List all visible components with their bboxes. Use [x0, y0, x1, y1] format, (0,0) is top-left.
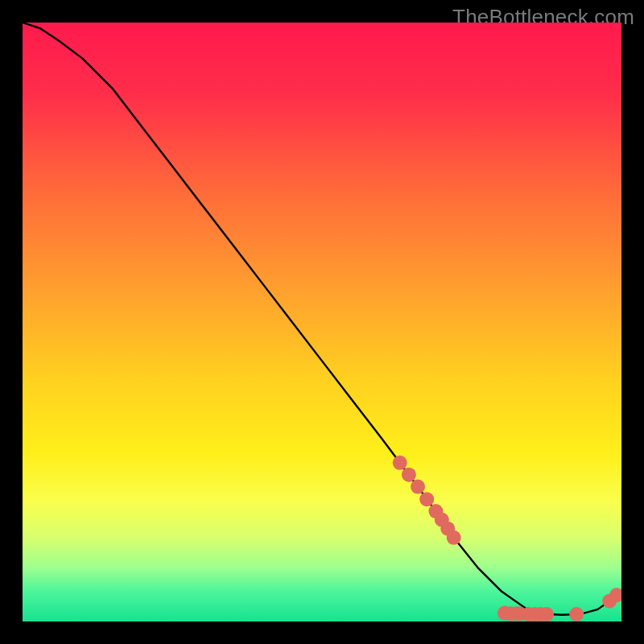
marker-point — [393, 456, 407, 470]
plot-area — [23, 23, 621, 621]
gradient-background — [23, 23, 621, 621]
marker-point — [411, 480, 425, 494]
marker-point — [447, 530, 461, 545]
chart-svg — [23, 23, 621, 621]
marker-point — [419, 492, 434, 506]
chart-stage: TheBottleneck.com — [0, 0, 644, 644]
marker-point — [539, 607, 554, 621]
marker-point — [569, 607, 584, 621]
marker-point — [402, 468, 416, 482]
